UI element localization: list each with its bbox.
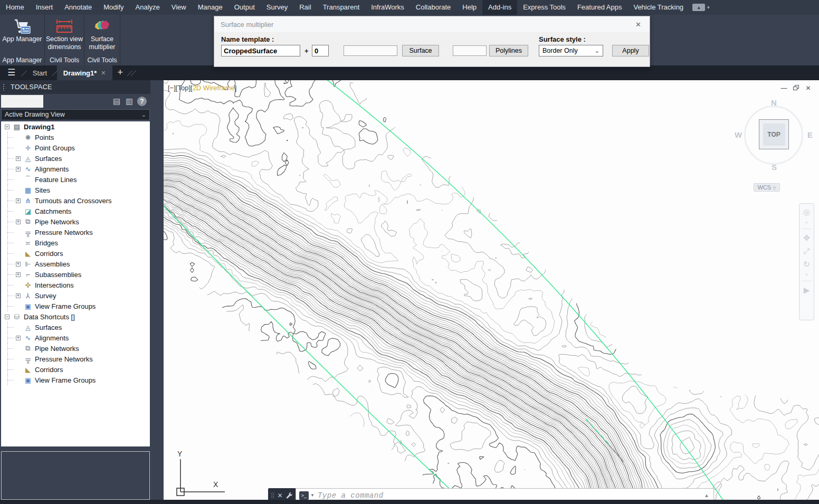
view-cube-north[interactable]: N [771,98,777,107]
expand-icon[interactable]: + [16,336,21,340]
apply-button[interactable]: Apply [612,45,649,56]
menu-transparent[interactable]: Transparent [317,0,366,15]
menu-view[interactable]: View [166,0,192,15]
menu-vehicle-tracking[interactable]: Vehicle Tracking [627,0,689,15]
surface-multiplier-button[interactable]: Surface multiplier [89,15,115,51]
expand-icon[interactable]: + [16,167,21,172]
tree-item-pressure-networks[interactable]: ╦Pressure Networks [1,227,150,237]
tree-item-points[interactable]: ✺Points [1,132,150,142]
restore-icon[interactable] [793,85,799,91]
customize-wrench-icon[interactable] [285,491,293,499]
tree-item-feature-lines[interactable]: ⌒Feature Lines [1,174,150,185]
menu-icon[interactable]: ☰ [0,65,23,80]
toolspace-blank-button[interactable] [1,95,43,108]
menu-express-tools[interactable]: Express Tools [517,0,572,15]
tree-item-catchments[interactable]: ◪Catchments [1,206,150,216]
tree-item-survey[interactable]: +⅄Survey [1,290,150,301]
suffix-counter-input[interactable] [312,45,329,56]
viewport-controls-label[interactable]: [−][Top][ [168,84,193,92]
drawing-canvas[interactable]: [−][Top][2D Wireframe] — ✕ N W S E TOP W… [164,80,819,500]
expand-icon[interactable]: + [16,293,21,298]
tree-item-drawing1[interactable]: −▤Drawing1 [1,121,150,132]
minimize-icon[interactable]: — [780,85,787,91]
item-view-icon[interactable]: ▤ [111,95,122,108]
menu-rail[interactable]: Rail [293,0,317,15]
help-icon[interactable]: ? [137,97,147,106]
close-icon[interactable]: ✕ [805,85,812,91]
polylines-pick-button[interactable]: Polylines [489,45,528,56]
tree-item-surfaces[interactable]: ◬Surfaces [1,322,150,332]
tree-item-point-groups[interactable]: ✛Point Groups [1,142,150,153]
expand-icon[interactable]: + [16,220,21,224]
menu-help[interactable]: Help [456,0,482,15]
close-icon[interactable]: ✕ [101,70,106,77]
collapse-icon[interactable]: − [5,315,9,319]
showmotion-icon[interactable]: ▶ [804,286,810,294]
wcs-dropdown[interactable]: WCS ▽ [754,183,780,192]
tree-item-view-frame-groups[interactable]: ▣View Frame Groups [1,375,150,385]
menu-survey[interactable]: Survey [261,0,293,15]
new-tab-button[interactable]: + [112,65,129,80]
menu-home[interactable]: Home [0,0,30,15]
expand-icon[interactable]: + [16,156,21,161]
menu-analyze[interactable]: Analyze [130,0,166,15]
ribbon-options-icon[interactable]: ▲▾ [692,4,710,11]
tree-item-intersections[interactable]: ✜Intersections [1,280,150,290]
close-icon[interactable]: ✕ [633,21,643,28]
visual-style-label[interactable]: 2D Wireframe [193,84,235,92]
menu-manage[interactable]: Manage [192,0,228,15]
menu-output[interactable]: Output [228,0,261,15]
menu-featured-apps[interactable]: Featured Apps [572,0,628,15]
pan-hand-icon[interactable]: ✥ [803,234,810,242]
panel-layout-icon[interactable]: ▥ [123,95,135,108]
orbit-icon[interactable]: ↻ [803,260,810,269]
file-tab-start[interactable]: Start [26,65,53,80]
chevron-down-icon[interactable]: ▾ [806,273,808,276]
surface-name-field[interactable] [344,45,397,56]
command-history-up-icon[interactable]: ▲ [704,492,709,498]
tree-item-data-shortcuts-[interactable]: −⛁Data Shortcuts [] [1,311,150,322]
view-cube-east[interactable]: E [807,130,813,139]
tree-item-bridges[interactable]: ≍Bridges [1,237,150,248]
tree-item-alignments[interactable]: +∿Alignments [1,332,150,343]
close-icon[interactable]: ✕ [278,492,283,499]
surface-style-select[interactable]: Border Only ⌄ [539,45,603,56]
menu-annotate[interactable]: Annotate [59,0,98,15]
zoom-extents-icon[interactable]: ⤢ [803,247,810,255]
menu-infraworks[interactable]: InfraWorks [365,0,410,15]
active-drawing-view-select[interactable]: Active Drawing View ⌄ [1,109,150,120]
ribbon-group-label[interactable]: Civil Tools [45,56,84,64]
file-tab-drawing1-[interactable]: Drawing1*✕ [57,65,112,80]
menu-modify[interactable]: Modify [98,0,129,15]
command-prompt-icon[interactable]: >_ [299,491,309,500]
tree-item-surfaces[interactable]: +◬Surfaces [1,153,150,164]
app-manager-button[interactable]: App Manager [2,15,42,43]
section-view-dimensions-button[interactable]: Section view dimensions [46,15,83,51]
view-cube-south[interactable]: S [772,163,777,172]
tree-item-corridors[interactable]: ◣Corridors [1,364,150,375]
menu-collaborate[interactable]: Collaborate [410,0,457,15]
expand-icon[interactable]: + [16,198,21,203]
menu-insert[interactable]: Insert [30,0,59,15]
tree-item-view-frame-groups[interactable]: ▣View Frame Groups [1,301,150,311]
menu-add-ins[interactable]: Add-ins [482,0,517,15]
tree-item-subassemblies[interactable]: +⌐Subassemblies [1,269,150,280]
tree-item-assemblies[interactable]: +⊩Assemblies [1,259,150,269]
expand-icon[interactable]: + [16,272,21,277]
expand-icon[interactable]: + [16,262,21,267]
view-cube-top-face[interactable]: TOP [759,119,789,149]
collapse-icon[interactable]: − [5,125,9,129]
drag-grip-icon[interactable]: ⣿ [271,492,275,499]
dialog-title-bar[interactable]: Surface multiplier ✕ [214,16,650,32]
navigation-wheel-icon[interactable]: ◎ [803,208,810,216]
polylines-field[interactable] [453,45,487,56]
viewport-label[interactable]: [−][Top][2D Wireframe] [168,84,236,92]
ribbon-group-label[interactable]: App Manager [0,56,44,64]
tree-item-corridors[interactable]: ◣Corridors [1,248,150,259]
name-template-input[interactable] [221,45,300,56]
view-cube-west[interactable]: W [735,130,742,139]
tree-item-turnouts-and-crossovers[interactable]: +⋔Turnouts and Crossovers [1,195,150,206]
tree-item-alignments[interactable]: +∿Alignments [1,164,150,174]
tree-item-sites[interactable]: ▦Sites [1,185,150,195]
tree-item-pressure-networks[interactable]: ╦Pressure Networks [1,354,150,364]
